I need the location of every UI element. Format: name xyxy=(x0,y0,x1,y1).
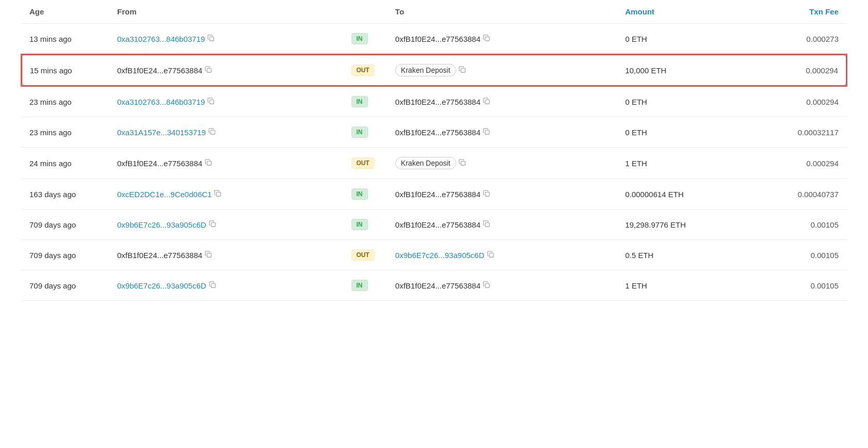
copy-from-icon[interactable] xyxy=(207,35,216,43)
cell-amount: 0.00000614 ETH xyxy=(617,179,760,210)
cell-txnfee: 0.000294 xyxy=(761,86,847,117)
cell-txnfee: 0.00105 xyxy=(761,210,847,240)
copy-to-icon[interactable] xyxy=(483,98,491,106)
svg-rect-7 xyxy=(485,130,489,134)
cell-age: 709 days ago xyxy=(21,210,109,240)
copy-from-icon[interactable] xyxy=(205,251,213,259)
header-to: To xyxy=(387,0,617,24)
cell-amount: 0 ETH xyxy=(617,86,760,117)
cell-amount: 1 ETH xyxy=(617,270,760,301)
copy-to-icon[interactable] xyxy=(483,128,491,136)
copy-to-icon[interactable] xyxy=(483,35,491,43)
badge-in: IN xyxy=(351,219,368,230)
table-row: 23 mins ago0xa31A157e...340153719IN0xfB1… xyxy=(21,117,847,148)
svg-rect-3 xyxy=(461,68,465,72)
from-address-text: 0xfB1f0E24...e77563884 xyxy=(117,251,202,260)
cell-from: 0xa31A157e...340153719 xyxy=(109,117,339,148)
cell-to: 0xfB1f0E24...e77563884 xyxy=(387,179,617,210)
from-address-link[interactable]: 0xa3102763...846b03719 xyxy=(117,35,205,43)
cell-to: 0xfB1f0E24...e77563884 xyxy=(387,86,617,117)
cell-amount: 0.5 ETH xyxy=(617,240,760,270)
svg-rect-0 xyxy=(210,37,214,41)
cell-age: 709 days ago xyxy=(21,270,109,301)
cell-age: 24 mins ago xyxy=(21,148,109,179)
copy-to-icon[interactable] xyxy=(487,251,495,259)
copy-to-icon[interactable] xyxy=(483,220,491,229)
cell-direction: IN xyxy=(339,179,387,210)
cell-direction: OUT xyxy=(339,148,387,179)
table-row: 709 days ago0x9b6E7c26...93a905c6DIN0xfB… xyxy=(21,270,847,301)
to-label[interactable]: Kraken Deposit xyxy=(395,157,456,169)
from-address-link[interactable]: 0xcED2DC1e...9Ce0d06C1 xyxy=(117,190,212,199)
to-address-link[interactable]: 0x9b6E7c26...93a905c6D xyxy=(395,251,485,260)
cell-from: 0xfB1f0E24...e77563884 xyxy=(109,240,339,270)
cell-to: Kraken Deposit xyxy=(387,148,617,179)
table-row: 23 mins ago0xa3102763...846b03719IN0xfB1… xyxy=(21,86,847,117)
header-txnfee: Txn Fee xyxy=(761,0,847,24)
table-row: 24 mins ago0xfB1f0E24...e77563884OUTKrak… xyxy=(21,148,847,179)
cell-direction: OUT xyxy=(339,54,387,86)
badge-out: OUT xyxy=(351,65,375,76)
cell-to: Kraken Deposit xyxy=(387,54,617,86)
copy-to-icon[interactable] xyxy=(459,66,467,74)
from-address-link[interactable]: 0x9b6E7c26...93a905c6D xyxy=(117,281,206,290)
cell-age: 15 mins ago xyxy=(21,54,109,86)
cell-amount: 10,000 ETH xyxy=(617,54,760,86)
cell-txnfee: 0.000273 xyxy=(761,24,847,55)
to-address-text: 0xfB1f0E24...e77563884 xyxy=(395,128,480,137)
cell-direction: IN xyxy=(339,270,387,301)
svg-rect-2 xyxy=(207,68,211,72)
header-from: From xyxy=(109,0,339,24)
svg-rect-11 xyxy=(485,192,489,196)
to-address-text: 0xfB1f0E24...e77563884 xyxy=(395,98,480,106)
to-address-text: 0xfB1f0E24...e77563884 xyxy=(395,281,480,290)
svg-rect-12 xyxy=(211,222,215,227)
badge-out: OUT xyxy=(351,157,375,169)
copy-from-icon[interactable] xyxy=(207,98,216,106)
copy-from-icon[interactable] xyxy=(209,220,217,229)
cell-direction: OUT xyxy=(339,240,387,270)
svg-rect-13 xyxy=(485,222,489,227)
cell-txnfee: 0.000294 xyxy=(761,54,847,86)
svg-rect-1 xyxy=(485,37,489,41)
from-address-link[interactable]: 0xa31A157e...340153719 xyxy=(117,128,206,137)
cell-direction: IN xyxy=(339,24,387,55)
cell-amount: 0 ETH xyxy=(617,24,760,55)
copy-from-icon[interactable] xyxy=(205,159,213,167)
cell-to: 0xfB1f0E24...e77563884 xyxy=(387,117,617,148)
copy-from-icon[interactable] xyxy=(208,128,217,136)
copy-to-icon[interactable] xyxy=(459,159,467,167)
cell-to: 0xfB1f0E24...e77563884 xyxy=(387,210,617,240)
badge-in: IN xyxy=(351,33,368,44)
badge-in: IN xyxy=(351,280,368,291)
from-address-text: 0xfB1f0E24...e77563884 xyxy=(117,159,202,168)
cell-from: 0xfB1f0E24...e77563884 xyxy=(109,148,339,179)
cell-from: 0x9b6E7c26...93a905c6D xyxy=(109,210,339,240)
cell-txnfee: 0.00032117 xyxy=(761,117,847,148)
copy-from-icon[interactable] xyxy=(214,190,222,198)
svg-rect-8 xyxy=(207,161,211,165)
cell-age: 709 days ago xyxy=(21,240,109,270)
svg-rect-16 xyxy=(211,283,215,287)
table-row: 163 days ago0xcED2DC1e...9Ce0d06C1IN0xfB… xyxy=(21,179,847,210)
copy-to-icon[interactable] xyxy=(483,281,491,290)
cell-from: 0x9b6E7c26...93a905c6D xyxy=(109,270,339,301)
header-amount: Amount xyxy=(617,0,760,24)
svg-rect-10 xyxy=(217,192,221,196)
svg-rect-15 xyxy=(489,253,493,257)
from-address-link[interactable]: 0x9b6E7c26...93a905c6D xyxy=(117,220,206,229)
cell-txnfee: 0.00105 xyxy=(761,270,847,301)
table-row: 709 days ago0x9b6E7c26...93a905c6DIN0xfB… xyxy=(21,210,847,240)
header-age: Age xyxy=(21,0,109,24)
cell-txnfee: 0.00105 xyxy=(761,240,847,270)
copy-to-icon[interactable] xyxy=(483,190,491,198)
copy-from-icon[interactable] xyxy=(209,281,217,290)
cell-age: 23 mins ago xyxy=(21,117,109,148)
cell-amount: 0 ETH xyxy=(617,117,760,148)
from-address-link[interactable]: 0xa3102763...846b03719 xyxy=(117,98,205,106)
copy-from-icon[interactable] xyxy=(205,66,213,74)
cell-age: 163 days ago xyxy=(21,179,109,210)
svg-rect-5 xyxy=(485,100,489,104)
to-label[interactable]: Kraken Deposit xyxy=(395,64,456,76)
cell-from: 0xa3102763...846b03719 xyxy=(109,24,339,55)
